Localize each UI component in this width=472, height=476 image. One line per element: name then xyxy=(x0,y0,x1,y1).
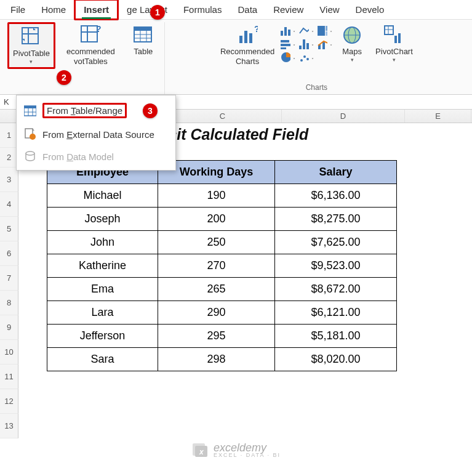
dropdown-from-external[interactable]: From External Data Source xyxy=(17,123,175,145)
employee-table: Employee Working Days Salary Michael190$… xyxy=(47,160,397,371)
tab-data[interactable]: Data xyxy=(230,1,265,18)
dropdown-from-datamodel: From Data Model xyxy=(17,145,175,167)
pivottable-label: PivotTable xyxy=(13,49,50,58)
header-salary: Salary xyxy=(275,161,397,184)
col-header-D[interactable]: D xyxy=(282,110,405,123)
tab-review[interactable]: Review xyxy=(265,1,311,18)
tab-file[interactable]: File xyxy=(2,1,33,18)
line-chart-button[interactable]: ˅ xyxy=(299,25,314,36)
svg-rect-0 xyxy=(22,28,38,44)
svg-rect-20 xyxy=(281,40,289,42)
recommended-pt-label: ecommended votTables xyxy=(66,47,115,66)
svg-rect-17 xyxy=(318,26,325,36)
row-header-9[interactable]: 9 xyxy=(0,315,18,340)
svg-rect-22 xyxy=(281,47,286,49)
globe-icon xyxy=(342,25,362,46)
svg-rect-24 xyxy=(322,42,325,49)
treemap-button[interactable]: ˅ xyxy=(318,25,332,36)
ribbon-tabs: File Home Insert ge Layout Formulas Data… xyxy=(0,0,472,20)
table-button[interactable]: Table xyxy=(126,22,161,59)
external-data-icon xyxy=(24,128,36,140)
recommended-charts-icon: ? xyxy=(237,25,258,46)
row-header-12[interactable]: 12 xyxy=(0,389,18,414)
row-header-6[interactable]: 6 xyxy=(0,241,18,266)
row-header-7[interactable]: 7 xyxy=(0,266,18,291)
svg-point-43 xyxy=(30,134,36,140)
svg-text:x: x xyxy=(199,448,204,456)
row-header-10[interactable]: 10 xyxy=(0,340,18,365)
pivotchart-label: PivotChart xyxy=(375,47,413,57)
bar-chart-button[interactable]: ˅ xyxy=(281,38,295,49)
dropdown-from-table-label: From Table/Range xyxy=(42,103,127,118)
maps-label: Maps xyxy=(342,47,362,57)
recommended-charts-button[interactable]: ? Recommended Charts xyxy=(217,22,278,68)
from-table-icon xyxy=(24,105,36,117)
tab-insert[interactable]: Insert xyxy=(74,0,119,20)
callout-2: 2 xyxy=(57,70,71,85)
svg-rect-15 xyxy=(249,33,252,43)
svg-rect-3 xyxy=(81,26,97,42)
pivottable-button[interactable]: PivotTable ▾ xyxy=(7,22,55,69)
svg-point-27 xyxy=(303,55,306,58)
row-header-11[interactable]: 11 xyxy=(0,365,18,389)
svg-rect-35 xyxy=(394,36,397,43)
svg-rect-8 xyxy=(134,27,151,31)
svg-text:?: ? xyxy=(96,25,101,34)
row-header-5[interactable]: 5 xyxy=(0,217,18,241)
svg-rect-36 xyxy=(398,33,401,43)
tab-developer[interactable]: Develo xyxy=(348,1,393,18)
table-row[interactable]: Joseph200$8,275.00 xyxy=(47,208,397,231)
row-header-4[interactable]: 4 xyxy=(0,192,18,217)
svg-rect-21 xyxy=(281,44,290,46)
ribbon-insert: PivotTable ▾ ? ecommended votTables Tabl… xyxy=(0,20,472,95)
chart-types-cluster: ˅ ˅ ˅ ˅ ˅ ˅ ˅ ˅ xyxy=(281,22,332,63)
scatter-chart-button[interactable]: ˅ xyxy=(299,52,314,63)
row-header-3[interactable]: 3 xyxy=(0,167,18,192)
table-row[interactable]: Sara298$8,020.00 xyxy=(47,348,397,371)
table-row[interactable]: Katherine270$9,523.00 xyxy=(47,254,397,278)
recommended-pivottables-button[interactable]: ? ecommended votTables xyxy=(63,22,119,68)
dropdown-from-external-label: From External Data Source xyxy=(42,129,154,140)
tab-home[interactable]: Home xyxy=(33,1,74,18)
table-row[interactable]: Michael190$6,136.00 xyxy=(47,184,397,208)
stats-chart-button[interactable]: ˅ xyxy=(299,38,314,49)
svg-rect-19 xyxy=(326,31,327,36)
maps-button[interactable]: Maps ▾ xyxy=(335,22,369,65)
pivotchart-icon xyxy=(383,25,404,46)
recommended-pivottable-icon: ? xyxy=(80,25,101,46)
watermark-icon: x xyxy=(191,441,209,458)
row-header-13[interactable]: 13 xyxy=(0,414,18,438)
recommended-charts-label: Recommended Charts xyxy=(220,47,274,66)
column-chart-button[interactable]: ˅ xyxy=(281,25,295,36)
table-row[interactable]: Ema265$8,672.00 xyxy=(47,278,397,301)
svg-rect-38 xyxy=(24,106,36,108)
table-label: Table xyxy=(134,47,153,57)
svg-point-26 xyxy=(300,59,303,62)
tab-pagelayout[interactable]: ge Layout xyxy=(119,1,175,18)
pie-chart-button[interactable]: ˅ xyxy=(281,52,295,63)
tab-formulas[interactable]: Formulas xyxy=(175,1,230,18)
pivotchart-button[interactable]: PivotChart ▾ xyxy=(372,22,417,65)
watermark: x exceldemy EXCEL · DATA · BI xyxy=(0,441,472,458)
svg-rect-32 xyxy=(385,26,393,34)
svg-point-44 xyxy=(26,151,34,155)
chevron-down-icon: ▾ xyxy=(30,58,33,65)
table-icon xyxy=(133,25,154,46)
col-header-E[interactable]: E xyxy=(405,110,471,123)
callout-3: 3 xyxy=(143,103,158,118)
svg-text:?: ? xyxy=(254,25,258,34)
table-row[interactable]: John250$7,625.00 xyxy=(47,231,397,254)
tab-view[interactable]: View xyxy=(311,1,347,18)
row-header-8[interactable]: 8 xyxy=(0,291,18,315)
svg-rect-13 xyxy=(239,36,242,43)
table-row[interactable]: Lara290$6,121.00 xyxy=(47,301,397,325)
col-header-C[interactable]: C xyxy=(164,110,282,123)
svg-rect-18 xyxy=(326,26,327,31)
chevron-down-icon: ▾ xyxy=(351,57,354,63)
chevron-down-icon: ▾ xyxy=(393,57,396,63)
combo-chart-button[interactable]: ˅ xyxy=(318,38,332,49)
svg-rect-14 xyxy=(244,31,247,43)
pivottable-icon xyxy=(21,26,42,47)
group-charts-label: Charts xyxy=(306,83,327,92)
table-row[interactable]: Jefferson295$5,181.00 xyxy=(47,325,397,348)
